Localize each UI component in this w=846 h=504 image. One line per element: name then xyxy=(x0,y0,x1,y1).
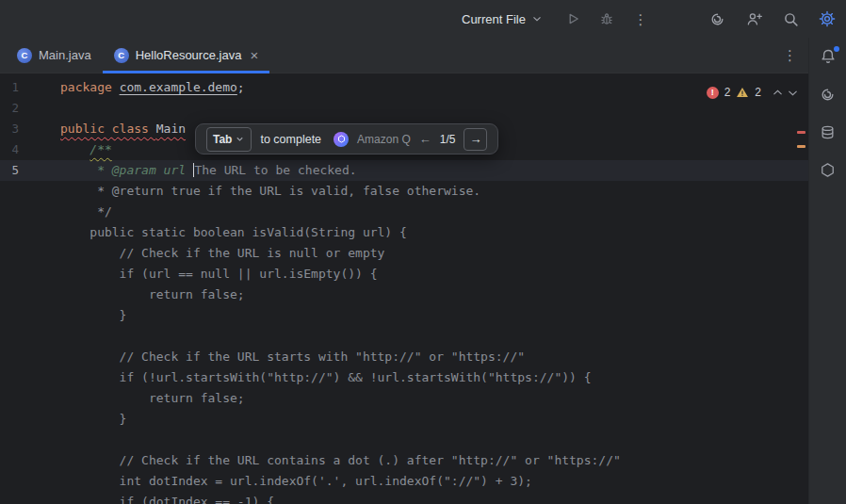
code-editor[interactable]: 1package com.example.demo;23public class… xyxy=(0,73,808,504)
prev-suggestion-icon[interactable]: ← xyxy=(419,129,431,150)
code-text: // Check if the URL starts with "http://… xyxy=(60,347,525,367)
amazon-q-logo-icon xyxy=(334,132,349,147)
code-line[interactable]: // Check if the URL is null or empty xyxy=(0,243,808,264)
tab-helloresource-java[interactable]: C HelloResource.java × xyxy=(103,38,270,73)
warning-count: 2 xyxy=(755,82,761,103)
right-tool-rail xyxy=(808,38,846,504)
next-problem-icon[interactable] xyxy=(787,87,799,99)
warning-icon xyxy=(736,86,749,99)
ai-assistant-icon xyxy=(709,11,725,27)
kebab-icon: ⋮ xyxy=(633,12,647,26)
tab-key-button[interactable]: Tab xyxy=(206,127,252,152)
code-text: package com.example.demo; xyxy=(60,77,245,98)
close-tab-icon[interactable]: × xyxy=(250,48,258,62)
tab-key-label: Tab xyxy=(213,129,232,150)
code-line[interactable]: 1package com.example.demo; xyxy=(0,77,808,98)
toolbar-right-group xyxy=(707,0,838,38)
java-class-icon: C xyxy=(114,48,129,63)
code-text: if (url == null || url.isEmpty()) { xyxy=(60,264,378,285)
code-line[interactable]: return false; xyxy=(0,285,808,305)
code-with-me-button[interactable] xyxy=(743,8,764,29)
code-line[interactable]: 5 * @param url The URL to be checked. xyxy=(0,160,808,181)
code-text: * @param url The URL to be checked. xyxy=(60,160,357,181)
notifications-button[interactable] xyxy=(819,47,838,66)
line-number xyxy=(0,285,60,305)
error-count: 2 xyxy=(724,82,731,103)
line-number: 2 xyxy=(0,98,60,119)
ai-assistant-button[interactable] xyxy=(707,8,727,29)
database-icon xyxy=(820,124,836,140)
code-text: /** xyxy=(60,139,112,160)
run-button[interactable] xyxy=(562,8,583,29)
stripe-mark[interactable] xyxy=(797,145,805,148)
code-line[interactable]: } xyxy=(0,409,808,430)
editor-area: C Main.java C HelloResource.java × ⋮ 1pa… xyxy=(0,38,808,504)
chevron-down-icon xyxy=(235,134,245,144)
tab-label: HelloResource.java xyxy=(136,48,242,62)
line-number xyxy=(0,202,60,222)
code-line[interactable]: if (url == null || url.isEmpty()) { xyxy=(0,264,808,285)
code-text: // Check if the URL is null or empty xyxy=(60,243,384,264)
dependencies-toolwindow-button[interactable] xyxy=(819,160,838,179)
code-text: if (dotIndex == -1) { xyxy=(60,492,274,504)
inspections-widget[interactable]: ! 2 2 xyxy=(707,82,799,103)
toolbar-more-button[interactable]: ⋮ xyxy=(630,8,651,29)
run-config-selector[interactable]: Current File xyxy=(456,8,549,30)
line-number xyxy=(0,181,60,202)
line-number: 5 xyxy=(0,160,60,181)
code-text: public static boolean isValid(String url… xyxy=(60,222,407,243)
settings-button[interactable] xyxy=(817,8,838,29)
tab-main-java[interactable]: C Main.java xyxy=(6,38,103,73)
prev-problem-icon[interactable] xyxy=(772,87,784,99)
debug-button[interactable] xyxy=(596,8,617,29)
code-text: if (!url.startsWith("http://") && !url.s… xyxy=(60,367,592,388)
code-line[interactable]: // Check if the URL contains a dot (.) a… xyxy=(0,450,808,471)
main-row: C Main.java C HelloResource.java × ⋮ 1pa… xyxy=(0,38,846,504)
code-text: } xyxy=(60,305,126,326)
inline-completion-popup: Tab to complete Amazon Q ← 1/5 → xyxy=(195,123,498,154)
code-line[interactable]: // Check if the URL starts with "http://… xyxy=(0,347,808,367)
line-number xyxy=(0,450,60,471)
code-text: int dotIndex = url.indexOf('.', url.inde… xyxy=(60,471,532,492)
code-line[interactable]: if (dotIndex == -1) { xyxy=(0,492,808,504)
line-number xyxy=(0,367,60,388)
search-everywhere-button[interactable] xyxy=(780,8,801,29)
tab-label: Main.java xyxy=(39,48,91,62)
next-suggestion-icon[interactable]: → xyxy=(464,128,487,151)
code-line[interactable] xyxy=(0,326,808,347)
line-number xyxy=(0,430,60,450)
line-number xyxy=(0,347,60,367)
run-config-label: Current File xyxy=(462,12,526,26)
suggestion-counter: 1/5 xyxy=(440,129,456,150)
code-line[interactable]: * @return true if the URL is valid, fals… xyxy=(0,181,808,202)
ai-toolwindow-button[interactable] xyxy=(819,85,838,104)
code-line[interactable]: public static boolean isValid(String url… xyxy=(0,222,808,243)
code-text: */ xyxy=(60,202,112,222)
editor-tabbar: C Main.java C HelloResource.java × ⋮ xyxy=(0,38,808,73)
code-line[interactable]: } xyxy=(0,305,808,326)
database-toolwindow-button[interactable] xyxy=(819,122,838,141)
line-number xyxy=(0,326,60,347)
code-text: return false; xyxy=(60,388,245,409)
line-number xyxy=(0,264,60,285)
code-line[interactable]: */ xyxy=(0,202,808,222)
line-number xyxy=(0,305,60,326)
line-number: 4 xyxy=(0,139,60,160)
code-line[interactable]: if (!url.startsWith("http://") && !url.s… xyxy=(0,367,808,388)
code-text: public class Main xyxy=(60,119,186,139)
main-toolbar: Current File ⋮ xyxy=(0,0,846,38)
error-stripe[interactable] xyxy=(795,73,808,504)
stripe-mark[interactable] xyxy=(797,131,805,134)
line-number xyxy=(0,409,60,430)
code-line[interactable]: return false; xyxy=(0,388,808,409)
code-line[interactable] xyxy=(0,430,808,450)
bug-icon xyxy=(599,11,614,26)
tab-options-icon[interactable]: ⋮ xyxy=(783,47,797,64)
play-icon xyxy=(565,11,580,26)
hexagon-icon xyxy=(820,162,836,178)
line-number xyxy=(0,471,60,492)
line-number xyxy=(0,388,60,409)
code-line[interactable]: int dotIndex = url.indexOf('.', url.inde… xyxy=(0,471,808,492)
code-line[interactable]: 2 xyxy=(0,98,808,119)
line-number xyxy=(0,243,60,264)
